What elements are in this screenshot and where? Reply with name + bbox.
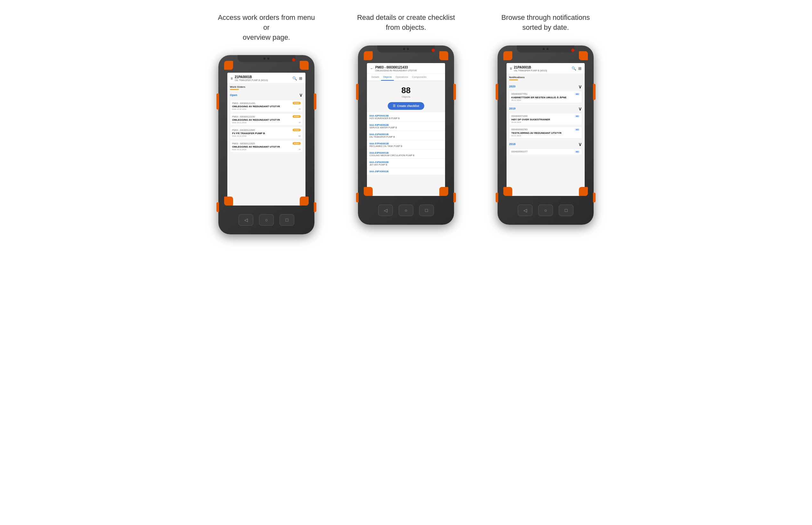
bumper-right-1 bbox=[314, 93, 316, 109]
notif-item-1[interactable]: 0004000077551 M2 KABINETTDØR ER NESTEN U… bbox=[509, 91, 582, 103]
object-link-7[interactable]: IAA-29PX0001B bbox=[370, 170, 442, 173]
object-item-3[interactable]: IAA-21PA0001B OIL TRANSFER PUMP B bbox=[367, 131, 445, 140]
qr-icon-3[interactable]: ⊞ bbox=[578, 66, 582, 71]
work-order-item-1[interactable]: PM03 - 000300121433 RDEX OMLEGGING AV RE… bbox=[230, 100, 303, 112]
search-icon-1[interactable]: 🔍 bbox=[292, 76, 297, 81]
screen-title-2: PM03 - 000300121433 bbox=[375, 65, 417, 70]
year-label-2019[interactable]: 2019 bbox=[509, 107, 515, 110]
object-link-4[interactable]: IAA-57PH0001B bbox=[370, 142, 442, 145]
home-nav-btn-3[interactable]: ○ bbox=[538, 205, 553, 216]
yellow-bar-3 bbox=[509, 79, 518, 80]
work-order-item-3[interactable]: PM03 - 000300122905 RDEX FV PÅ TRANSFER … bbox=[230, 127, 303, 139]
work-order-item-2[interactable]: PM03 - 000300122192 RDEX OMLEGGING AV RE… bbox=[230, 113, 303, 125]
phone-top-3 bbox=[517, 45, 574, 52]
year-label-2018[interactable]: 2018 bbox=[509, 142, 515, 146]
notif-year-2020: 2020 ∨ bbox=[509, 82, 582, 91]
section-label-3: Notifications bbox=[509, 76, 582, 79]
notif-name-2: HØY DP OVER SUGESTRAINER bbox=[511, 118, 580, 121]
object-link-3[interactable]: IAA-21PA0001B bbox=[370, 133, 442, 136]
bumper-left-1 bbox=[216, 93, 219, 109]
tab-operations-2[interactable]: Operations bbox=[394, 74, 410, 81]
back-nav-btn-3[interactable]: ◁ bbox=[518, 205, 532, 216]
object-link-2[interactable]: IAA-53PH0002B bbox=[370, 123, 442, 126]
object-item-4[interactable]: IAA-57PH0001B RECLAIMED OIL TANK PUMP B bbox=[367, 140, 445, 150]
corner-bl-3 bbox=[503, 187, 512, 196]
chevron-down-icon-3c[interactable]: ∨ bbox=[578, 141, 582, 147]
back-arrow-icon-2[interactable]: ← bbox=[370, 66, 374, 71]
notif-name-3: TESTKJØRING AV REDUNDANT UTSTYR bbox=[511, 132, 580, 134]
tab-details-2[interactable]: Details bbox=[370, 74, 381, 81]
hamburger-icon-1[interactable]: ≡ bbox=[230, 76, 233, 81]
top-dot-1 bbox=[264, 58, 266, 60]
objects-count-2: 88 Objects bbox=[367, 81, 445, 100]
recent-nav-btn-3[interactable]: □ bbox=[559, 205, 573, 216]
screen-header-1: ≡ 21PA0001B OIL TRANSFER PUMP B (M310) 🔍… bbox=[227, 73, 305, 84]
chevron-down-icon-3a[interactable]: ∨ bbox=[578, 84, 582, 90]
phone-device-1: ≡ 21PA0001B OIL TRANSFER PUMP B (M310) 🔍… bbox=[219, 55, 314, 234]
screen-subtitle-1: OIL TRANSFER PUMP B (M310) bbox=[235, 79, 268, 81]
phone-screen-1: ≡ 21PA0001B OIL TRANSFER PUMP B (M310) 🔍… bbox=[227, 73, 305, 206]
chevron-down-icon-1[interactable]: ∨ bbox=[299, 92, 303, 98]
notif-item-4[interactable]: 0004000061077 M2 bbox=[509, 149, 582, 155]
home-nav-btn-1[interactable]: ○ bbox=[259, 214, 274, 226]
notif-date-1: 26.02.2020 bbox=[511, 99, 580, 101]
object-item-5[interactable]: IAA-63PA0001B COOLING MEDIUM CIRCULATION… bbox=[367, 150, 445, 159]
tab-components-2[interactable]: Components bbox=[410, 74, 428, 81]
object-link-6[interactable]: IAA-21PA0002B bbox=[370, 161, 442, 164]
phone-section-1: Access work orders from menu or overview… bbox=[203, 13, 330, 234]
year-label-2020[interactable]: 2020 bbox=[509, 85, 515, 88]
tab-objects-2[interactable]: Objects bbox=[381, 74, 393, 81]
wo-badge-2: RDEX bbox=[292, 115, 301, 118]
work-order-item-4[interactable]: PM03 - 000300122925 RDEX OMLEGGING AV RE… bbox=[230, 140, 303, 152]
notif-id-1: 0004000077551 bbox=[511, 93, 528, 95]
caption-1: Access work orders from menu or overview… bbox=[215, 13, 318, 42]
home-nav-btn-2[interactable]: ○ bbox=[399, 205, 413, 216]
wo-badge-4: RDEX bbox=[292, 142, 301, 145]
search-icon-3[interactable]: 🔍 bbox=[572, 66, 576, 71]
notif-top-4: 0004000061077 M2 bbox=[511, 150, 580, 153]
recent-nav-btn-1[interactable]: □ bbox=[280, 214, 294, 226]
bumper-right-2 bbox=[453, 84, 456, 100]
back-nav-btn-2[interactable]: ◁ bbox=[378, 205, 393, 216]
phone-led-2 bbox=[432, 49, 435, 52]
corner-tr-3 bbox=[579, 51, 588, 60]
object-link-1[interactable]: IAA-42PD0013B bbox=[370, 114, 442, 117]
hamburger-icon-3[interactable]: ≡ bbox=[510, 66, 512, 71]
bumper-left-3 bbox=[496, 84, 498, 100]
object-item-2[interactable]: IAA-53PH0002B SERVICE WATER PUMP B bbox=[367, 122, 445, 131]
screen-header-left-1: ≡ 21PA0001B OIL TRANSFER PUMP B (M310) bbox=[230, 75, 268, 81]
screen-title-3: 21PA0001B bbox=[514, 65, 547, 70]
wo-badge-1: RDEX bbox=[292, 102, 301, 104]
open-row-1: Open ∨ bbox=[230, 92, 303, 98]
recent-nav-btn-2[interactable]: □ bbox=[419, 205, 434, 216]
notif-item-2[interactable]: 0004000071840 M2 HØY DP OVER SUGESTRAINE… bbox=[509, 113, 582, 125]
section-label-1: Work Orders bbox=[230, 86, 303, 88]
notif-badge-1: M2 bbox=[575, 93, 580, 95]
page-container: Access work orders from menu or overview… bbox=[203, 13, 609, 234]
qr-icon-1[interactable]: ⊞ bbox=[299, 76, 302, 81]
count-label-2: Objects bbox=[367, 95, 445, 98]
wo-top-1: PM03 - 000300121433 RDEX bbox=[232, 102, 301, 104]
count-number-2: 88 bbox=[367, 86, 445, 95]
caption-2: Read details or create checklist from ob… bbox=[357, 13, 455, 33]
notif-id-3: 0004000063783 bbox=[511, 129, 528, 131]
object-item-7[interactable]: IAA-29PX0001B bbox=[367, 168, 445, 175]
open-label-1[interactable]: Open bbox=[230, 93, 237, 97]
wo-id-2: PM03 - 000300122192 bbox=[232, 116, 255, 118]
create-checklist-button-2[interactable]: ☰ Create checklist bbox=[388, 102, 424, 110]
object-item-1[interactable]: IAA-42PD0013B H2S SCAVENGER B PUMP B bbox=[367, 112, 445, 122]
back-nav-btn-1[interactable]: ◁ bbox=[239, 214, 253, 226]
notif-top-3: 0004000063783 M3 bbox=[511, 129, 580, 131]
checklist-icon-2: ☰ bbox=[393, 104, 395, 108]
wo-name-2: OMLEGGING AV REDUNDANT UTSTYR bbox=[232, 118, 301, 121]
chevron-down-icon-3b[interactable]: ∨ bbox=[578, 106, 582, 112]
notif-item-3[interactable]: 0004000063783 M3 TESTKJØRING AV REDUNDAN… bbox=[509, 126, 582, 139]
screen-header-icons-3: 🔍 ⊞ bbox=[572, 66, 582, 71]
object-item-6[interactable]: IAA-21PA0002B JET MIX PUMP B bbox=[367, 159, 445, 168]
notif-top-1: 0004000077551 M2 bbox=[511, 93, 580, 95]
corner-br-1 bbox=[300, 197, 309, 206]
wo-due-3: DUE 15.12.2019 MI bbox=[232, 135, 301, 137]
object-desc-1: H2S SCAVENGER B PUMP B bbox=[370, 117, 442, 119]
object-link-5[interactable]: IAA-63PA0001B bbox=[370, 151, 442, 154]
screen-header-3: ≡ 21PA0001B OIL TRANSFER PUMP B (M310) 🔍… bbox=[507, 63, 585, 74]
